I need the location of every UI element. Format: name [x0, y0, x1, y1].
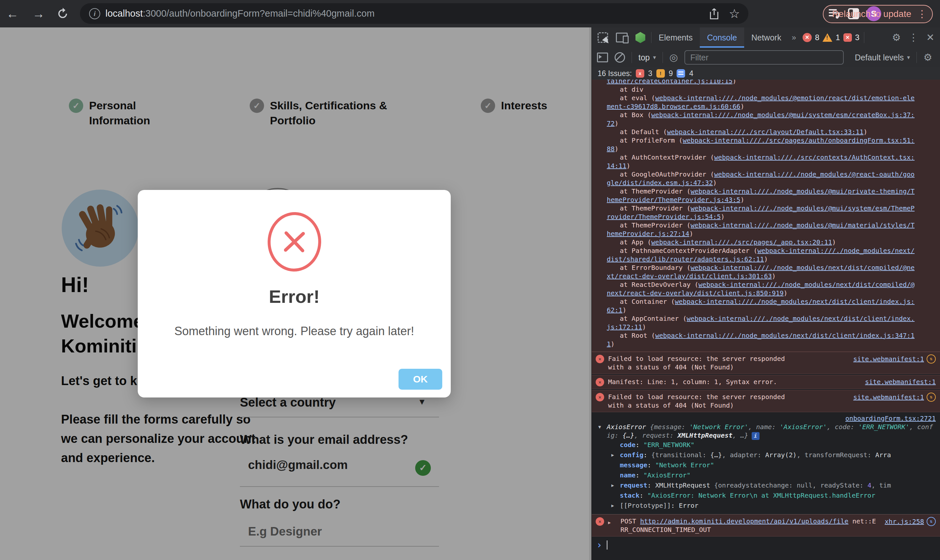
forward-icon[interactable]: →	[31, 6, 46, 22]
expand-triangle-icon[interactable]: ▶	[611, 450, 620, 460]
source-link[interactable]: onboardingForm.tsx:2721	[845, 414, 936, 422]
source-link[interactable]: site.webmanifest:1	[865, 378, 936, 386]
site-info-icon[interactable]: i	[89, 8, 100, 19]
value-segment: "Network Error"	[655, 461, 714, 469]
console-error-row[interactable]: ✕Failed to load resource: the server res…	[592, 390, 940, 412]
value-segment: XMLHttpRequest	[655, 482, 714, 489]
object-property[interactable]: ▶[[Prototype]]: Error	[598, 501, 936, 511]
error-icon: ✕	[595, 393, 604, 402]
info-badge-icon[interactable]: i	[752, 432, 760, 440]
clear-console-icon[interactable]	[615, 52, 625, 63]
value-segment: , readyState:	[812, 482, 868, 489]
stack-text: at ReactDevOverlay (	[620, 281, 698, 288]
stack-line: at Root (webpack-internal:///./node_modu…	[607, 331, 915, 348]
error-message: Manifest: Line: 1, column: 1, Syntax err…	[608, 378, 858, 386]
stack-text: )	[740, 103, 744, 110]
message-count-icon[interactable]: ✕	[843, 33, 852, 42]
stack-link[interactable]: webpack-internal:///./src/layout/Default…	[667, 128, 864, 136]
devtools-close-icon[interactable]: ✕	[926, 32, 934, 42]
property-value: : "AxiosError: Network Error\n at XMLHtt…	[639, 491, 936, 501]
console-settings-icon[interactable]: ⚙	[923, 52, 932, 62]
address-bar[interactable]: i localhost:3000/auth/onboardingForm?ema…	[80, 3, 748, 24]
browser-menu-icon[interactable]: ⋮	[917, 9, 927, 19]
stack-link[interactable]: webpack-internal:///./src/pages/_app.tsx…	[651, 238, 832, 246]
chevron-down-icon: ▾	[653, 54, 656, 61]
context-selector[interactable]: top ▾	[638, 53, 656, 62]
console-log-area[interactable]: tainer/createContainer.js:110:15)at diva…	[592, 80, 940, 560]
request-url-link[interactable]: http://admin.kominiti.development/api/v1…	[640, 517, 848, 525]
tab-network[interactable]: Network	[744, 28, 789, 48]
console-error-row[interactable]: ✕Failed to load resource: the server res…	[592, 352, 940, 374]
node-hexagon-icon[interactable]	[635, 32, 645, 43]
object-property[interactable]: stack: "AxiosError: Network Error\n at X…	[598, 491, 936, 501]
issues-bar[interactable]: 16 Issues: x 3 ! 9 4	[592, 67, 940, 80]
expand-triangle-icon[interactable]: ▶	[611, 501, 620, 511]
back-icon[interactable]: ←	[5, 6, 20, 22]
inspect-element-icon[interactable]	[598, 32, 608, 43]
url-text[interactable]: localhost:3000/auth/onboardingForm?email…	[105, 8, 709, 19]
stack-text: at div	[620, 86, 643, 93]
console-prompt[interactable]: ›	[592, 537, 940, 549]
issues-info-count: 4	[689, 69, 693, 78]
source-link[interactable]: xhr.js:258	[885, 517, 924, 526]
log-source-link[interactable]: onboardingForm.tsx:2721	[598, 414, 936, 423]
stack-text: at Container (	[620, 298, 675, 305]
property-value: : {transitional: {…}, adapter: Array(2),…	[643, 450, 936, 460]
preview-segment: , name:	[748, 423, 780, 431]
live-expression-eye-icon[interactable]: ◎	[669, 52, 678, 62]
preview-segment: , code:	[827, 423, 858, 431]
source-link[interactable]: site.webmanifest:1	[853, 393, 924, 402]
preview-segment: 'Network Error'	[689, 423, 748, 431]
issues-warning-icon: !	[656, 69, 665, 78]
error-icon: ✕	[595, 378, 604, 386]
stack-text: at ProfileForm (	[620, 136, 683, 144]
bookmark-star-icon[interactable]: ☆	[729, 8, 740, 20]
source-link[interactable]: site.webmanifest:1	[853, 355, 924, 363]
collapse-triangle-icon[interactable]: ▼	[598, 423, 607, 431]
tab-elements[interactable]: Elements	[651, 28, 700, 48]
divider	[632, 52, 632, 63]
object-property[interactable]: code: "ERR_NETWORK"	[598, 440, 936, 450]
more-tabs-icon[interactable]: »	[789, 28, 798, 48]
stack-link[interactable]: webpack-internal:///./node_modules/@mui/…	[607, 111, 915, 127]
network-request-icon[interactable]: ⇅	[927, 517, 936, 526]
network-request-icon[interactable]: ⇅	[927, 354, 936, 363]
object-property[interactable]: name: "AxiosError"	[598, 470, 936, 480]
issues-label: 16 Issues:	[598, 69, 632, 78]
issues-error-count: 3	[648, 69, 652, 78]
object-property[interactable]: ▶config: {transitional: {…}, adapter: Ar…	[598, 450, 936, 460]
stack-text: )	[611, 340, 615, 348]
ok-button[interactable]: OK	[398, 369, 442, 390]
error-icon: ✕	[595, 355, 604, 363]
stack-text: )	[772, 272, 776, 280]
tab-console[interactable]: Console	[700, 28, 744, 48]
stack-line: at ReactDevOverlay (webpack-internal:///…	[607, 280, 915, 297]
browser-toolbar: ← → i localhost:3000/auth/onboardingForm…	[0, 0, 940, 28]
error-count-icon[interactable]: ✕	[803, 33, 812, 42]
stack-line: at ThemeProvider (webpack-internal:///./…	[607, 221, 915, 238]
console-error-row[interactable]: ✕Manifest: Line: 1, column: 1, Syntax er…	[592, 375, 940, 389]
expand-triangle-icon[interactable]: ▶	[611, 480, 620, 491]
console-sidebar-icon[interactable]	[597, 52, 608, 62]
relaunch-to-update-button[interactable]: Relaunch to update ⋮	[823, 5, 933, 23]
issues-info-icon	[677, 69, 685, 78]
stack-link[interactable]: tainer/createContainer.js:110:15	[607, 80, 732, 85]
console-filter-input[interactable]	[685, 50, 844, 65]
devtools-menu-icon[interactable]: ⋮	[909, 32, 918, 42]
modal-message: Something went wrong. Please try again l…	[138, 325, 451, 338]
stack-text: )	[615, 145, 618, 153]
object-property[interactable]: ▶request: XMLHttpRequest {onreadystatech…	[598, 480, 936, 491]
reload-icon[interactable]	[56, 7, 72, 23]
stack-line: at GoogleOAuthProvider (webpack-internal…	[607, 170, 915, 187]
device-toolbar-icon[interactable]	[616, 32, 628, 42]
log-levels-select[interactable]: Default levels ▾	[855, 53, 910, 62]
axios-error-preview[interactable]: AxiosError {message: 'Network Error', na…	[607, 423, 936, 440]
expand-triangle-icon[interactable]: ▶	[608, 518, 617, 527]
network-request-icon[interactable]: ⇅	[927, 392, 936, 402]
share-icon[interactable]	[709, 8, 720, 20]
console-network-error-row[interactable]: ✕▶POST http://admin.kominiti.development…	[592, 514, 940, 537]
warning-count-icon[interactable]	[823, 33, 832, 42]
object-property[interactable]: message: "Network Error"	[598, 460, 936, 470]
stack-line: tainer/createContainer.js:110:15)	[607, 80, 915, 85]
devtools-settings-icon[interactable]: ⚙	[892, 32, 901, 42]
